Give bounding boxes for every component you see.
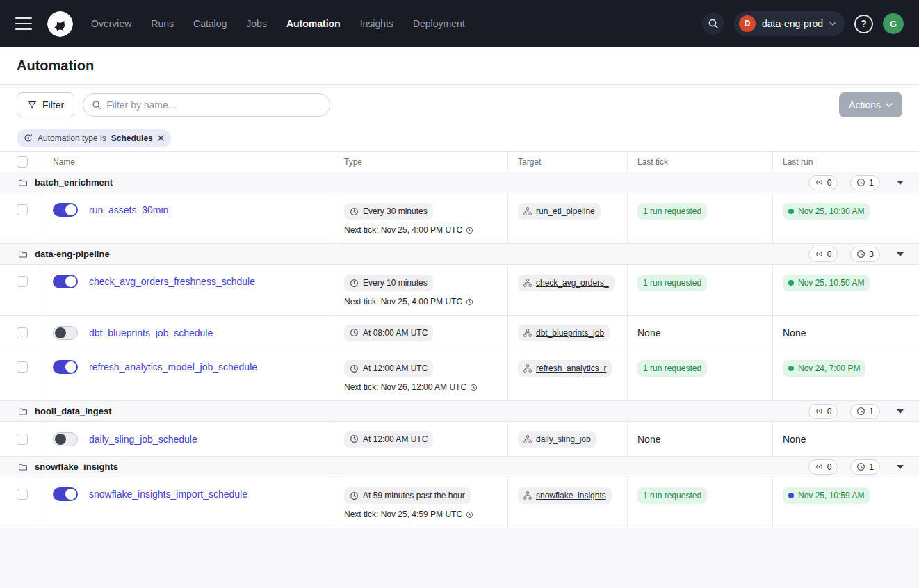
row-checkbox[interactable] <box>17 361 28 373</box>
last-tick-status-chip[interactable]: 1 run requested <box>637 275 707 291</box>
schedule-name-link[interactable]: dbt_blueprints_job_schedule <box>89 326 213 340</box>
help-icon[interactable]: ? <box>854 15 873 33</box>
column-header-type: Type <box>334 152 508 172</box>
schedule-interval-chip[interactable]: At 59 minutes past the hour <box>344 487 471 504</box>
schedule-toggle[interactable] <box>53 203 78 217</box>
target-chip[interactable]: dbt_blueprints_job <box>518 325 610 341</box>
filter-button[interactable]: Filter <box>17 92 74 117</box>
last-run-chip[interactable]: Nov 25, 10:50 AM <box>783 275 870 291</box>
folder-icon <box>18 250 28 259</box>
nav-item-catalog[interactable]: Catalog <box>193 18 227 29</box>
group-row-batch_enrichment[interactable]: batch_enrichment01 <box>0 172 919 193</box>
group-row-hooli_data_ingest[interactable]: hooli_data_ingest01 <box>0 401 919 422</box>
table-header: Name Type Target Last tick Last run <box>0 152 919 172</box>
group-collapse-caret-icon[interactable] <box>897 252 904 256</box>
nav-item-runs[interactable]: Runs <box>151 18 174 29</box>
schedule-name-link[interactable]: refresh_analytics_model_job_schedule <box>89 360 257 374</box>
schedule-toggle[interactable] <box>53 487 78 501</box>
row-checkbox[interactable] <box>17 434 28 445</box>
schedule-name-link[interactable]: run_assets_30min <box>89 203 168 217</box>
last-run-chip[interactable]: Nov 25, 10:59 AM <box>783 487 870 504</box>
sensor-count-badge: 0 <box>808 175 838 190</box>
last-tick-status-chip[interactable]: 1 run requested <box>637 203 707 220</box>
global-search-button[interactable] <box>702 13 724 35</box>
close-icon[interactable] <box>158 135 164 141</box>
clock-icon <box>470 384 478 391</box>
folder-icon <box>18 462 28 472</box>
select-all-checkbox[interactable] <box>17 156 28 168</box>
schedule-interval-chip[interactable]: Every 30 minutes <box>344 203 433 220</box>
last-run-chip[interactable]: Nov 24, 7:00 PM <box>783 360 865 377</box>
sensor-count-badge: 0 <box>808 247 838 262</box>
user-avatar[interactable]: G <box>883 13 904 34</box>
automation-row-daily_sling_job_schedule: daily_sling_job_scheduleAt 12:00 AM UTCd… <box>0 422 919 457</box>
column-header-target: Target <box>508 152 628 172</box>
name-filter-box <box>83 93 330 117</box>
sensor-icon <box>815 250 824 259</box>
clock-icon <box>856 250 865 259</box>
last-run-chip[interactable]: Nov 25, 10:30 AM <box>783 203 870 220</box>
schedule-name-link[interactable]: snowflake_insights_import_schedule <box>89 487 247 501</box>
funnel-icon <box>27 100 37 110</box>
run-status-dot <box>788 280 794 286</box>
row-checkbox[interactable] <box>17 276 28 287</box>
last-tick-status-chip[interactable]: 1 run requested <box>637 487 707 504</box>
row-checkbox[interactable] <box>17 327 28 338</box>
target-chip[interactable]: run_etl_pipeline <box>518 203 601 220</box>
nav-item-deployment[interactable]: Deployment <box>413 18 465 29</box>
schedule-count-badge: 1 <box>850 459 880 475</box>
schedule-toggle[interactable] <box>53 432 78 446</box>
group-collapse-caret-icon[interactable] <box>897 409 904 414</box>
schedule-interval-chip[interactable]: At 12:00 AM UTC <box>344 360 433 377</box>
next-tick-text: Next tick: Nov 25, 4:00 PM UTC <box>344 225 473 235</box>
automation-type-filter-chip[interactable]: Automation type is Schedules <box>17 129 171 147</box>
schedule-name-link[interactable]: check_avg_orders_freshness_schdule <box>89 275 255 288</box>
schedule-name-link[interactable]: daily_sling_job_schedule <box>89 432 197 446</box>
deployment-switcher[interactable]: D data-eng-prod <box>734 11 845 36</box>
nav-item-insights[interactable]: Insights <box>360 18 393 29</box>
dagster-logo[interactable] <box>47 11 73 37</box>
page-title: Automation <box>17 58 94 74</box>
filter-button-label: Filter <box>42 99 64 111</box>
clock-icon <box>350 328 359 337</box>
row-checkbox[interactable] <box>17 204 28 215</box>
filter-chip-label: Automation type is <box>38 133 106 143</box>
schedule-toggle[interactable] <box>53 275 78 288</box>
sensor-count-badge: 0 <box>808 459 838 475</box>
chevron-down-icon <box>829 22 836 26</box>
row-checkbox[interactable] <box>17 489 28 500</box>
sensor-count: 0 <box>827 407 832 416</box>
nav-item-overview[interactable]: Overview <box>91 18 131 29</box>
clock-icon <box>856 462 865 471</box>
hamburger-menu-icon[interactable] <box>15 17 32 30</box>
actions-button[interactable]: Actions <box>839 92 902 117</box>
dagster-logo-icon <box>47 11 73 37</box>
target-chip[interactable]: refresh_analytics_r <box>518 360 612 377</box>
schedule-toggle[interactable] <box>53 360 78 374</box>
group-row-data-eng-pipeline[interactable]: data-eng-pipeline03 <box>0 244 919 265</box>
schedule-interval-chip[interactable]: At 12:00 AM UTC <box>344 431 433 448</box>
sensor-count: 0 <box>827 250 832 259</box>
search-icon <box>708 18 719 29</box>
automation-row-snowflake_insights_import_schedule: snowflake_insights_import_scheduleAt 59 … <box>0 477 919 528</box>
sensor-icon <box>815 178 824 187</box>
schedule-count: 1 <box>869 462 874 472</box>
chevron-down-icon <box>886 103 893 107</box>
target-chip[interactable]: daily_sling_job <box>518 431 596 448</box>
schedule-interval-chip[interactable]: Every 10 minutes <box>344 275 433 291</box>
toggle-knob <box>65 489 76 500</box>
target-chip[interactable]: check_avg_orders_ <box>518 275 615 291</box>
schedule-toggle[interactable] <box>53 326 78 340</box>
nav-item-jobs[interactable]: Jobs <box>246 18 267 29</box>
group-collapse-caret-icon[interactable] <box>897 465 904 469</box>
group-row-snowflake_insights[interactable]: snowflake_insights01 <box>0 457 919 477</box>
group-name: batch_enrichment <box>35 177 113 188</box>
run-status-dot <box>788 366 794 371</box>
clock-icon <box>466 298 473 306</box>
schedule-interval-chip[interactable]: At 08:00 AM UTC <box>344 325 433 341</box>
target-chip[interactable]: snowflake_insights <box>518 487 612 504</box>
last-tick-status-chip[interactable]: 1 run requested <box>637 360 707 377</box>
group-collapse-caret-icon[interactable] <box>897 181 904 185</box>
nav-item-automation[interactable]: Automation <box>286 18 341 29</box>
name-filter-input[interactable] <box>106 99 321 111</box>
